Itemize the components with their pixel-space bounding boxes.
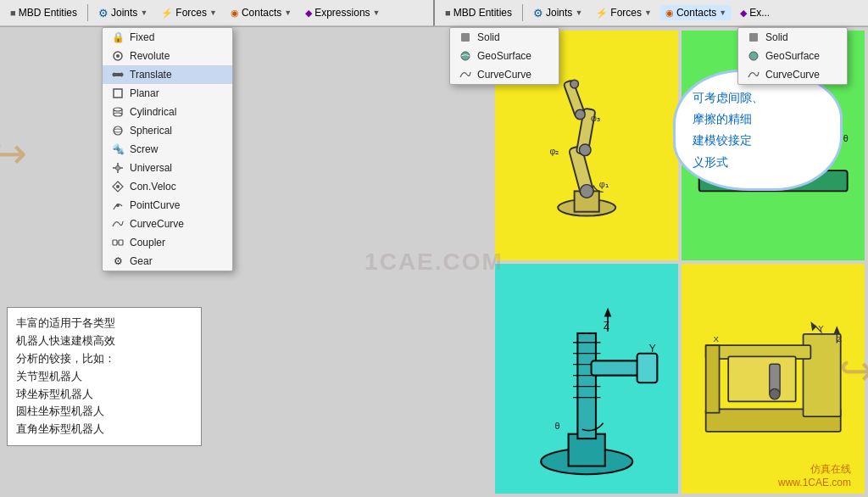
svg-marker-3 [112,72,114,77]
svg-point-76 [749,52,758,60]
joint-label-cylindrical: Cylindrical [130,106,176,118]
forces-right-button[interactable]: ⚡ Forces ▼ [591,5,657,20]
joint-item-pointcurve[interactable]: PointCurve [103,196,232,215]
separator-1 [87,4,88,21]
mbd-entities-left-label: MBD Entities [19,7,77,19]
expressions-left-button[interactable]: ◆ Expressions ▼ [300,5,385,20]
svg-rect-5 [114,89,122,98]
joint-label-pointcurve: PointCurve [130,199,180,211]
contact-right-item-solid[interactable]: Solid [738,28,847,47]
joint-label-translate: Translate [130,69,172,81]
contact-label-curvecurve: CurveCurve [477,69,531,81]
mbd-icon-left: ■ [10,8,16,18]
joint-item-curvecurve[interactable]: CurveCurve [103,215,232,233]
svg-text:φ₃: φ₃ [591,112,600,122]
contact-right-item-curvecurve[interactable]: CurveCurve [738,65,847,84]
joint-label-conveloc: Con.Veloc [130,181,176,193]
svg-point-31 [570,80,579,88]
joint-label-coupler: Coupler [130,237,165,248]
screw-mech-svg: Z Y θ [504,276,669,483]
image-cnc-machine: Z Y X [682,264,865,494]
contact-item-solid[interactable]: Solid [450,28,559,47]
svg-point-14 [116,166,120,170]
contacts-right-label: Contacts [676,7,716,19]
joints-right-button[interactable]: ⚙ Joints ▼ [528,5,587,21]
attribution-line2: www.1CAE.com [778,477,851,489]
translate-icon [111,68,125,81]
svg-rect-75 [749,33,758,42]
joint-item-conveloc[interactable]: Con.Veloc [103,177,232,196]
forces-dropdown-arrow-right: ▼ [644,8,652,17]
joints-left-label: Joints [111,7,137,19]
contact-item-curvecurve[interactable]: CurveCurve [450,65,559,84]
attribution-line1: 仿真在线 [778,462,851,477]
svg-text:Y: Y [648,342,655,354]
left-text-line7: 直角坐标型机器人 [16,421,192,438]
forces-left-button[interactable]: ⚡ Forces ▼ [156,5,222,20]
contacts-right-dropdown-menu: Solid GeoSurface CurveCurve [737,27,848,85]
joints-left-button[interactable]: ⚙ Joints ▼ [93,5,153,21]
contact-label-solid: Solid [477,31,500,43]
svg-point-17 [116,204,120,207]
svg-point-1 [116,54,120,58]
image-screw-mech: Z Y θ [495,264,678,494]
expressions-icon-right: ◆ [740,8,747,19]
contact-item-geosurface[interactable]: GeoSurface [450,47,559,65]
svg-rect-19 [119,240,123,245]
right-text-line2: 摩擦的精细 [693,109,823,130]
right-text-bubble: 可考虑间隙、 摩擦的精细 建模铰接定 义形式 [673,70,843,191]
mbd-entities-right-button[interactable]: ■ MBD Entities [440,5,517,20]
expressions-dropdown-arrow-left: ▼ [373,8,381,17]
left-toolbar: ■ MBD Entities ⚙ Joints ▼ ⚡ Forces ▼ ◉ C… [0,0,433,26]
contacts-dropdown-arrow-left: ▼ [284,8,292,17]
solid-right-icon [747,31,760,44]
curvecurve-right-icon [747,68,760,81]
joint-label-planar: Planar [130,87,159,99]
conveloc-icon [111,180,125,193]
bottom-right-attribution: 仿真在线 www.1CAE.com [778,462,851,489]
contacts-right-button[interactable]: ◉ Contacts ▼ [660,5,732,20]
svg-marker-74 [810,321,816,330]
joint-item-screw[interactable]: 🔩 Screw [103,140,232,159]
joint-item-spherical[interactable]: Spherical [103,121,232,140]
svg-text:Z: Z [837,333,842,343]
geosurface-icon [459,49,472,63]
joint-item-translate[interactable]: Translate [103,65,232,84]
joint-item-planar[interactable]: Planar [103,84,232,103]
planar-icon [111,87,125,100]
expressions-left-label: Expressions [314,7,370,19]
left-text-line2: 机器人快速建模高效 [16,332,192,350]
left-text-line1: 丰富的适用于各类型 [16,315,192,332]
joint-item-coupler[interactable]: Coupler [103,233,232,252]
forces-left-label: Forces [175,7,207,19]
expressions-right-label: Ex... [749,7,770,19]
joint-item-universal[interactable]: Universal [103,159,232,177]
spherical-icon [111,124,125,137]
joint-item-fixed[interactable]: 🔒 Fixed [103,28,232,47]
svg-text:φ₁: φ₁ [599,178,609,188]
joint-label-gear: Gear [130,255,153,267]
svg-point-9 [114,113,122,116]
joints-dropdown-arrow-left: ▼ [140,8,147,17]
right-arrow-decoration: ↪ [839,346,868,395]
right-panel: Solid GeoSurface CurveCurve [246,27,868,497]
contacts-left-button[interactable]: ◉ Contacts ▼ [225,5,297,20]
contact-right-item-geosurface[interactable]: GeoSurface [738,47,847,65]
joint-item-cylindrical[interactable]: Cylindrical [103,103,232,121]
screw-icon: 🔩 [111,142,125,156]
contacts-dropdown-arrow-right: ▼ [719,8,726,17]
svg-marker-72 [834,326,840,333]
contacts-icon-left: ◉ [231,8,239,19]
svg-point-29 [579,144,591,156]
mbd-entities-left-button[interactable]: ■ MBD Entities [5,5,82,20]
joint-item-revolute[interactable]: Revolute [103,47,232,65]
left-text-line4: 关节型机器人 [16,368,192,386]
contacts-icon-right: ◉ [665,8,674,19]
mbd-icon-right: ■ [445,8,451,18]
svg-point-30 [575,109,585,120]
left-text-line3: 分析的铰接，比如： [16,350,192,368]
expressions-right-button[interactable]: ◆ Ex... [735,5,775,20]
joints-right-label: Joints [546,7,572,19]
joint-item-gear[interactable]: ⚙ Gear [103,252,232,271]
svg-text:θ: θ [554,421,559,431]
